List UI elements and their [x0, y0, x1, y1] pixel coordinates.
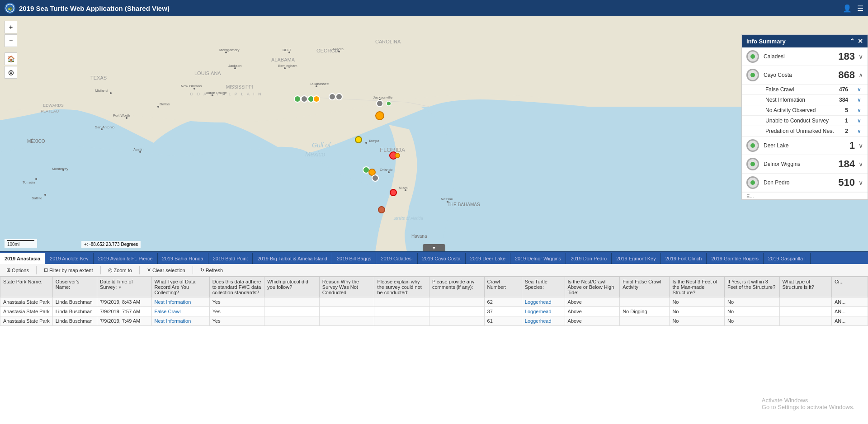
deer-lake-count: 1 [849, 140, 855, 151]
tab-2019-deer-lake[interactable]: 2019 Deer Lake [466, 253, 510, 264]
col-date-time[interactable]: Date & Time of Survey: [97, 277, 151, 297]
tab-2019-gamble-rogers[interactable]: 2019 Gamble Rogers [707, 253, 764, 264]
tab-2019-egmont-key[interactable]: 2019 Egmont Key [612, 253, 660, 264]
info-item-delnor-wiggins[interactable]: Delnor Wiggins 184 ∨ [742, 155, 868, 174]
nest-info-chevron[interactable]: ∨ [857, 97, 861, 103]
don-pedro-chevron[interactable]: ∨ [859, 179, 863, 186]
table-cell: Nest Information [151, 297, 209, 307]
zoom-out-button[interactable]: − [5, 34, 17, 47]
table-cell [779, 307, 831, 316]
tab-2019-cayo-costa[interactable]: 2019 Cayo Costa [418, 253, 466, 264]
svg-text:New Orleans: New Orleans [181, 84, 202, 88]
col-above-below: Is the Nest/Crawl Above or Below High Ti… [565, 277, 620, 297]
info-item-deer-lake[interactable]: Deer Lake 1 ∨ [742, 137, 868, 155]
table-cell: Above [565, 297, 620, 307]
col-crawl-num: Crawl Number: [484, 277, 522, 297]
data-table-container[interactable]: State Park Name: Observer's Name: Date &… [0, 277, 868, 424]
tab-2019-fort-clinch[interactable]: 2019 Fort Clinch [661, 253, 707, 264]
delnor-wiggins-indicator [746, 158, 759, 170]
svg-text:San Antonio: San Antonio [95, 125, 115, 129]
delnor-wiggins-chevron[interactable]: ∨ [859, 160, 863, 168]
table-cell: False Crawl [151, 307, 209, 316]
svg-text:Birmingham: Birmingham [278, 64, 297, 68]
locate-button[interactable]: ◎ [5, 66, 17, 79]
info-item-don-pedro[interactable]: Don Pedro 510 ∨ [742, 174, 868, 192]
info-item-caladesi[interactable]: Caladesi 183 ∨ [742, 47, 868, 66]
tab-2019-caladesi[interactable]: 2019 Caladesi [376, 253, 417, 264]
zoom-in-button[interactable]: + [5, 21, 17, 33]
map-collapse-button[interactable]: ▼ [423, 244, 445, 251]
filter-button[interactable]: ⊡ Filter by map extent [41, 266, 96, 274]
unable-conduct-label: Unable to Conduct Survey [765, 118, 845, 124]
delnor-wiggins-count: 184 [838, 158, 855, 170]
table-cell: 7/9/2019, 7:49 AM [97, 316, 151, 326]
caladesi-chevron[interactable]: ∨ [859, 53, 863, 60]
map-scale: 100mi [5, 239, 37, 248]
table-cell: AN... [831, 316, 868, 326]
false-crawl-chevron[interactable]: ∨ [857, 86, 861, 93]
options-button[interactable]: ⊞ Options [4, 266, 32, 274]
svg-text:Orlando: Orlando [380, 168, 393, 172]
person-icon[interactable]: 👤 [843, 4, 852, 13]
zoom-to-button[interactable]: ◎ Zoom to [105, 266, 135, 274]
predation-count: 2 [845, 128, 848, 134]
cayo-costa-false-crawl: False Crawl 476 ∨ [742, 85, 868, 95]
svg-point-76 [378, 207, 385, 213]
tab-2019-delnor-wiggins[interactable]: 2019 Delnor Wiggins [510, 253, 566, 264]
tab-2019-anastasia[interactable]: 2019 Anastasia [0, 253, 45, 264]
info-panel-header: Info Summary ⌃ ✕ [742, 35, 868, 47]
info-item-cayo-costa[interactable]: Cayo Costa 868 ∧ [742, 66, 868, 85]
svg-point-72 [363, 167, 369, 173]
tabs-bar: 2019 Anastasia 2019 Anclote Key 2019 Ava… [0, 251, 868, 264]
col-nest-3ft: Is the Nest 3 Feet of the Man-made Struc… [670, 277, 725, 297]
cayo-costa-chevron[interactable]: ∧ [859, 71, 863, 79]
table-cell: No [724, 297, 779, 307]
panel-collapse-button[interactable]: ⌃ [849, 38, 855, 45]
svg-text:Baton Rouge: Baton Rouge [206, 91, 227, 95]
refresh-button[interactable]: ↻ Refresh [198, 266, 226, 274]
clear-selection-button[interactable]: ✕ Clear selection [144, 266, 188, 274]
table-cell: Linda Buschman [52, 316, 97, 326]
table-cell [374, 307, 429, 316]
svg-point-73 [369, 169, 375, 175]
tab-2019-bald-point[interactable]: 2019 Bald Point [208, 253, 253, 264]
predation-chevron[interactable]: ∨ [857, 128, 861, 134]
svg-text:Torreón: Torreón [23, 180, 35, 184]
tab-2019-big-talbot[interactable]: 2019 Big Talbot & Amelia Island [253, 253, 332, 264]
tab-2019-bahia-honda[interactable]: 2019 Bahia Honda [158, 253, 208, 264]
nest-info-count: 384 [839, 97, 848, 103]
tab-2019-don-pedro[interactable]: 2019 Don Pedro [566, 253, 612, 264]
unable-conduct-chevron[interactable]: ∨ [857, 118, 861, 124]
table-cell: Loggerhead [522, 307, 565, 316]
tab-2019-avalon[interactable]: 2019 Avalon & Ft. Pierce [94, 253, 158, 264]
tab-2019-bill-baggs[interactable]: 2019 Bill Baggs [332, 253, 376, 264]
no-activity-chevron[interactable]: ∨ [857, 107, 861, 113]
table-row[interactable]: Anastasia State ParkLinda Buschman7/9/20… [0, 307, 868, 316]
svg-point-69 [355, 137, 362, 143]
svg-text:Atlanta: Atlanta [332, 47, 344, 51]
deer-lake-chevron[interactable]: ∨ [859, 142, 863, 149]
table-cell: Anastasia State Park [0, 316, 53, 326]
tab-2019-anclote-key[interactable]: 2019 Anclote Key [45, 253, 94, 264]
home-button[interactable]: 🏠 [5, 52, 17, 65]
map-container[interactable]: TEXAS EDWARDS PLATEAU MÉXICO LOUISIANA M… [0, 16, 868, 251]
table-cell [429, 316, 484, 326]
svg-text:LOUISIANA: LOUISIANA [194, 71, 221, 76]
no-activity-count: 5 [845, 107, 848, 113]
panel-close-button[interactable]: ✕ [858, 38, 863, 45]
list-icon[interactable]: ☰ [857, 4, 863, 13]
predation-label: Predation of Unmarked Nest [765, 128, 845, 134]
deer-lake-indicator [746, 139, 759, 152]
refresh-icon: ↻ [200, 267, 204, 273]
table-cell: No [670, 307, 725, 316]
svg-point-18 [157, 106, 159, 108]
table-cell: No [724, 316, 779, 326]
svg-text:MISSISSIPPI: MISSISSIPPI [226, 85, 253, 90]
table-row[interactable]: Anastasia State ParkLinda Buschman7/9/20… [0, 297, 868, 307]
tab-2019-gasparilla[interactable]: 2019 Gasparilla I [764, 253, 811, 264]
table-row[interactable]: Anastasia State ParkLinda Buschman7/9/20… [0, 316, 868, 326]
caladesi-indicator [746, 50, 759, 63]
svg-text:Straits of Florida: Straits of Florida [393, 216, 423, 221]
false-crawl-count: 476 [839, 86, 848, 93]
svg-text:Jacksonville: Jacksonville [373, 95, 393, 99]
